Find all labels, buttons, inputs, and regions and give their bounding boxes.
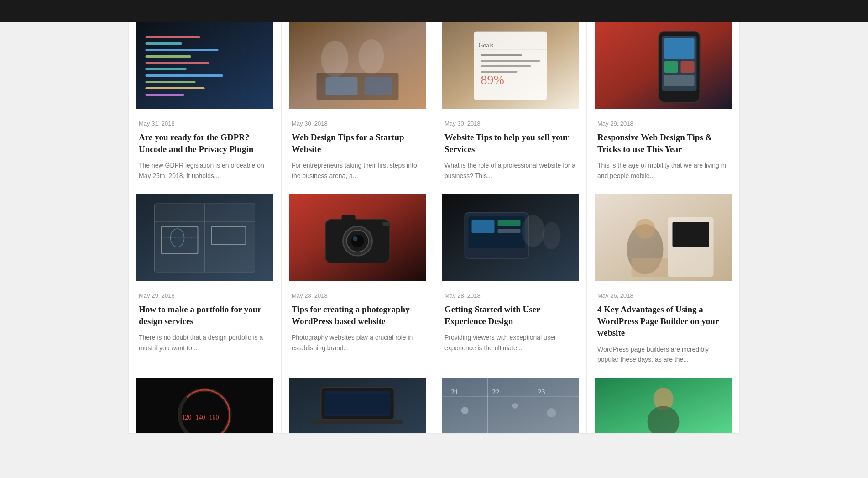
svg-rect-9 [146, 81, 196, 83]
post-content-1: May 31, 2018 Are you ready for the GDPR?… [129, 109, 281, 194]
svg-rect-74 [325, 394, 391, 413]
svg-rect-6 [146, 62, 209, 64]
svg-rect-62 [632, 258, 668, 277]
post-image-6 [282, 194, 434, 281]
post-content-4: May 29, 2018 Responsive Web Design Tips … [587, 109, 739, 194]
post-date-2: May 30, 2018 [292, 120, 424, 127]
post-title-1: Are you ready for the GDPR? Uncode and t… [139, 131, 271, 155]
post-date-1: May 31, 2018 [139, 120, 271, 127]
svg-text:140: 140 [196, 414, 205, 421]
post-content-3: May 30, 2018 Website Tips to help you se… [434, 109, 586, 194]
svg-rect-54 [498, 220, 521, 226]
svg-rect-3 [146, 42, 182, 45]
post-content-6: May 28, 2018 Tips for creating a photogr… [282, 281, 434, 366]
post-image-3: Goals 89% [434, 22, 586, 109]
post-card-1[interactable]: May 31, 2018 Are you ready for the GDPR?… [128, 22, 281, 194]
post-card-3[interactable]: Goals 89% May 30, 2018 Website Tips to h… [434, 22, 587, 194]
post-title-2: Web Design Tips for a Startup Website [292, 131, 424, 155]
svg-rect-33 [664, 75, 695, 86]
svg-rect-5 [146, 55, 191, 58]
svg-point-47 [353, 236, 358, 241]
post-excerpt-2: For entrepreneurs taking their first ste… [292, 160, 424, 181]
svg-rect-4 [146, 49, 219, 51]
post-image-2 [282, 22, 434, 109]
post-title-3: Website Tips to help you sell your Servi… [444, 131, 576, 155]
bottom-card-1[interactable]: 120 140 160 [128, 378, 281, 434]
svg-text:89%: 89% [481, 73, 504, 87]
post-image-1 [129, 22, 281, 109]
post-title-5: How to make a portfolio for your design … [139, 304, 271, 327]
bottom-card-4[interactable] [587, 378, 740, 434]
post-date-8: May 26, 2018 [597, 292, 729, 299]
post-content-8: May 26, 2018 4 Key Advantages of Using a… [587, 281, 739, 378]
svg-point-85 [547, 408, 556, 417]
bottom-image-3: 21 22 23 [434, 378, 586, 433]
bottom-image-1: 120 140 160 [129, 378, 281, 433]
post-image-7 [434, 194, 586, 281]
post-excerpt-5: There is no doubt that a design portfoli… [139, 332, 271, 353]
bottom-image-2 [282, 378, 434, 433]
posts-grid: May 31, 2018 Are you ready for the GDPR?… [128, 22, 740, 378]
svg-rect-22 [481, 60, 540, 62]
post-card-6[interactable]: May 28, 2018 Tips for creating a photogr… [281, 194, 434, 378]
post-date-6: May 28, 2018 [292, 292, 424, 299]
svg-rect-16 [326, 77, 358, 95]
svg-rect-8 [146, 74, 223, 77]
svg-rect-64 [136, 378, 273, 433]
svg-rect-21 [481, 54, 522, 56]
svg-rect-1 [136, 22, 273, 109]
svg-point-13 [321, 41, 349, 77]
svg-rect-73 [312, 420, 403, 424]
post-title-4: Responsive Web Design Tips & Tricks to u… [597, 131, 729, 155]
svg-point-83 [461, 407, 469, 414]
post-title-8: 4 Key Advantages of Using a WordPress Pa… [597, 304, 729, 339]
svg-rect-31 [664, 61, 678, 73]
post-content-7: May 28, 2018 Getting Started with User E… [434, 281, 586, 366]
post-title-7: Getting Started with User Experience Des… [444, 304, 576, 327]
svg-text:160: 160 [209, 414, 219, 421]
post-excerpt-7: Providing viewers with exceptional user … [444, 332, 576, 353]
post-excerpt-8: WordPress page builders are incredibly p… [597, 344, 729, 365]
svg-point-46 [351, 235, 364, 247]
bottom-image-4 [587, 378, 739, 433]
svg-rect-10 [146, 87, 205, 89]
post-date-4: May 29, 2018 [597, 120, 729, 127]
post-content-2: May 30, 2018 Web Design Tips for a Start… [282, 109, 434, 194]
svg-point-84 [512, 403, 518, 409]
post-date-5: May 29, 2018 [139, 292, 271, 299]
svg-rect-75 [442, 378, 579, 433]
svg-rect-60 [673, 222, 709, 247]
post-card-5[interactable]: May 29, 2018 How to make a portfolio for… [128, 194, 281, 378]
svg-point-56 [522, 215, 545, 247]
svg-rect-55 [498, 229, 521, 233]
svg-text:21: 21 [451, 388, 459, 396]
svg-text:120: 120 [182, 414, 192, 421]
svg-rect-49 [383, 222, 390, 226]
svg-point-63 [635, 219, 655, 239]
svg-point-14 [359, 39, 384, 74]
main-content: May 31, 2018 Are you ready for the GDPR?… [0, 22, 868, 434]
svg-rect-17 [365, 77, 392, 95]
svg-rect-2 [146, 36, 200, 38]
post-title-6: Tips for creating a photography WordPres… [292, 304, 424, 327]
post-card-7[interactable]: May 28, 2018 Getting Started with User E… [434, 194, 587, 378]
svg-text:23: 23 [538, 388, 545, 396]
post-image-4 [587, 22, 739, 109]
post-card-4[interactable]: May 29, 2018 Responsive Web Design Tips … [587, 22, 740, 194]
post-excerpt-3: What is the role of a professional websi… [444, 160, 576, 181]
bottom-card-3[interactable]: 21 22 23 [434, 378, 587, 434]
post-card-8[interactable]: May 26, 2018 4 Key Advantages of Using a… [587, 194, 740, 378]
svg-rect-32 [681, 61, 695, 73]
post-excerpt-1: The new GDPR legislation is enforceable … [139, 160, 271, 181]
bottom-row: 120 140 160 [128, 378, 740, 434]
post-date-3: May 30, 2018 [444, 120, 576, 127]
svg-rect-30 [664, 38, 695, 59]
svg-rect-11 [146, 94, 184, 96]
post-content-5: May 29, 2018 How to make a portfolio for… [129, 281, 281, 366]
post-excerpt-6: Photography websites play a crucial role… [292, 332, 424, 353]
post-card-2[interactable]: May 30, 2018 Web Design Tips for a Start… [281, 22, 434, 194]
bottom-card-2[interactable] [281, 378, 434, 434]
top-bar [0, 0, 868, 22]
svg-rect-53 [472, 220, 495, 233]
svg-point-57 [543, 222, 561, 249]
